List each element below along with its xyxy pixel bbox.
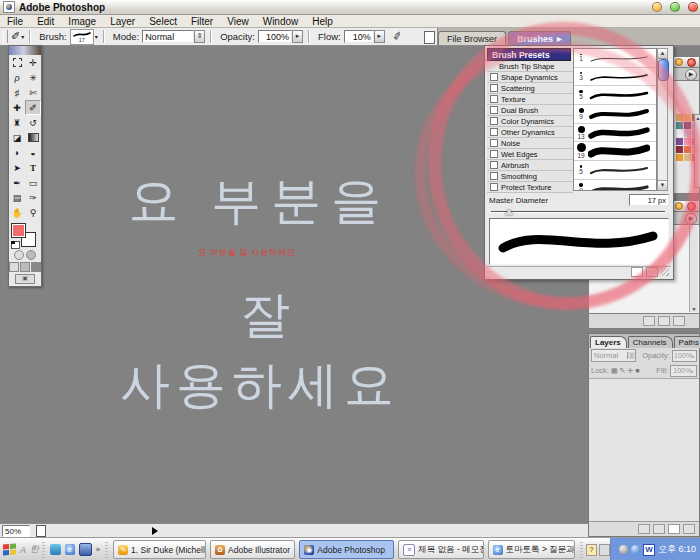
slice-tool[interactable]: ✄ [25, 85, 41, 100]
color-swatch[interactable] [676, 146, 683, 153]
notes-tool[interactable]: ▤ [9, 190, 25, 205]
swatches-scrollbar[interactable]: ▲ [694, 114, 700, 188]
fullscreen-menubar-mode-button[interactable] [20, 262, 30, 272]
layers-fill-field[interactable]: 100% ▸ [670, 365, 697, 377]
palette-menu-icon[interactable]: ▶ [685, 69, 697, 81]
healing-brush-tool[interactable]: ✚ [9, 100, 25, 115]
checkbox[interactable] [490, 150, 498, 158]
pen-tool[interactable]: ✒ [9, 175, 25, 190]
checkbox[interactable] [490, 117, 498, 125]
checkbox[interactable] [490, 139, 498, 147]
color-swatch[interactable] [676, 138, 683, 145]
brush-row[interactable]: 5 [574, 161, 656, 180]
tray-icon-1[interactable] [619, 545, 628, 554]
opacity-popup-arrow[interactable]: ▸ [292, 30, 303, 43]
menu-image[interactable]: Image [61, 16, 103, 27]
mode-stepper[interactable]: ⇕ [194, 30, 205, 43]
start-button[interactable] [3, 543, 16, 556]
quicklaunch-internet-explorer-icon[interactable]: e [65, 544, 76, 555]
color-swatch[interactable] [684, 130, 691, 137]
status-menu-arrow-icon[interactable] [152, 527, 158, 535]
color-swatch[interactable] [676, 130, 683, 137]
preset-item-color-dynamics[interactable]: Color Dynamics [487, 116, 573, 127]
gradient-tool[interactable] [25, 130, 41, 145]
menu-view[interactable]: View [220, 16, 256, 27]
color-swatch[interactable] [684, 114, 691, 121]
jump-to-imageready-button[interactable]: ▣ [15, 274, 35, 284]
brush-row[interactable]: 13 [574, 124, 656, 143]
new-snapshot-icon[interactable] [643, 316, 655, 326]
taskbar-button-photoshop[interactable]: ◉Adobe Photoshop [299, 540, 394, 559]
checkbox[interactable] [490, 161, 498, 169]
magic-wand-tool[interactable]: ✳ [25, 70, 41, 85]
close-icon[interactable] [687, 202, 696, 211]
collapse-icon[interactable] [675, 202, 683, 210]
move-tool[interactable]: ✛ [25, 55, 41, 70]
tab-layers[interactable]: Layers [590, 336, 627, 348]
resize-grip[interactable] [661, 268, 669, 276]
brush-row[interactable]: 9 [574, 180, 656, 191]
hand-tool[interactable]: ✋ [9, 205, 25, 220]
preset-item-brush-tip-shape[interactable]: Brush Tip Shape [487, 61, 573, 72]
dodge-tool[interactable]: ◒ [25, 145, 41, 160]
checkbox[interactable] [490, 84, 498, 92]
quicklaunch-desktop-icon[interactable] [79, 543, 92, 556]
unplug-tray-icon[interactable] [599, 544, 610, 556]
standard-screen-mode-button[interactable] [9, 262, 19, 272]
close-icon[interactable] [687, 58, 696, 67]
quick-mask-mode-button[interactable] [26, 250, 36, 260]
preset-item-scattering[interactable]: Scattering [487, 83, 573, 94]
menu-edit[interactable]: Edit [30, 16, 61, 27]
taskbar-button-browser[interactable]: e토마토톡 > 질문과 ... [488, 540, 575, 559]
trash-icon[interactable] [683, 524, 695, 534]
taskbar-button-illustrator[interactable]: ✿Adobe Illustrator [210, 540, 295, 559]
opacity-field[interactable]: 100% [258, 30, 292, 43]
brush-tool-icon[interactable]: ✐ [11, 30, 20, 43]
mode-select[interactable]: Normal [142, 30, 194, 43]
tab-paths[interactable]: Paths [674, 336, 700, 348]
color-swatch[interactable] [684, 146, 691, 153]
default-colors-icon[interactable] [11, 241, 20, 249]
brush-row[interactable]: 19 [574, 142, 656, 161]
menu-select[interactable]: Select [142, 16, 184, 27]
preset-item-dual-brush[interactable]: Dual Brush [487, 105, 573, 116]
palette-menu-icon[interactable]: ▶ [685, 213, 697, 225]
ime-korean-icon[interactable]: 한 [30, 543, 39, 556]
quicklaunch-overflow-chevron[interactable]: » [96, 545, 100, 554]
menu-window[interactable]: Window [256, 16, 306, 27]
checkbox[interactable] [490, 183, 498, 191]
lock-all-icon[interactable]: ■ [635, 367, 639, 374]
tab-brushes[interactable]: Brushes▶ [508, 31, 571, 45]
preset-item-texture[interactable]: Texture [487, 94, 573, 105]
menu-file[interactable]: File [0, 16, 30, 27]
eraser-tool[interactable]: ◪ [9, 130, 25, 145]
checkbox[interactable] [490, 172, 498, 180]
preset-item-smoothing[interactable]: Smoothing [487, 171, 573, 182]
preset-item-protect-texture[interactable]: Protect Texture [487, 182, 573, 193]
eyedropper-tool[interactable]: ✑ [25, 190, 41, 205]
crop-tool[interactable]: ♯ [9, 85, 25, 100]
preset-item-noise[interactable]: Noise [487, 138, 573, 149]
ime-language-icon[interactable]: A [20, 545, 26, 555]
palette-scrollbar[interactable]: ▼ [689, 226, 698, 312]
clone-stamp-tool[interactable]: ♜ [9, 115, 25, 130]
brush-row[interactable]: 5 [574, 86, 656, 105]
blend-mode-select[interactable]: Normal⇕ [591, 349, 636, 362]
layer-style-icon[interactable] [638, 524, 650, 534]
brush-list-scrollbar[interactable]: ▲ ▼ [657, 48, 668, 191]
tray-icon-2[interactable] [631, 545, 640, 554]
brush-preview[interactable]: 17 [70, 29, 94, 45]
photoshop-logo[interactable] [9, 46, 41, 55]
lock-position-icon[interactable]: ✛ [627, 367, 633, 374]
new-document-icon[interactable] [658, 316, 670, 326]
menu-layer[interactable]: Layer [103, 16, 142, 27]
color-swatch[interactable] [676, 154, 683, 161]
trash-icon[interactable] [673, 316, 685, 326]
flow-popup-arrow[interactable]: ▸ [374, 30, 385, 43]
type-tool[interactable]: T [25, 160, 41, 175]
lock-image-icon[interactable]: ✎ [620, 367, 626, 374]
tab-channels[interactable]: Channels [628, 336, 673, 348]
rectangular-marquee-tool[interactable] [9, 55, 25, 70]
scroll-thumb[interactable] [658, 59, 669, 81]
options-gripper[interactable] [3, 30, 8, 43]
